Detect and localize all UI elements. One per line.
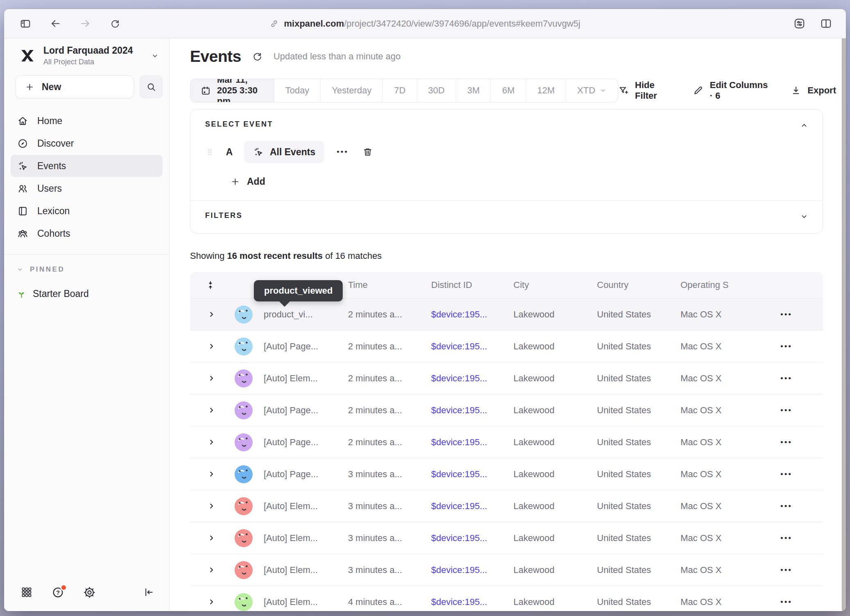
reload-icon[interactable] <box>110 18 120 29</box>
table-row[interactable]: [Auto] Page...2 minutes a...$device:195.… <box>190 330 823 362</box>
row-expand-chevron-icon[interactable] <box>190 566 221 574</box>
row-expand-chevron-icon[interactable] <box>190 310 221 319</box>
browser-toolbar: mixpanel.com/project/3472420/view/397469… <box>4 9 846 38</box>
table-row[interactable]: [Auto] Elem...3 minutes a...$device:195.… <box>190 490 823 522</box>
drag-handle-icon[interactable] <box>205 147 215 157</box>
back-icon[interactable] <box>50 18 61 29</box>
row-menu-button[interactable]: ••• <box>775 374 823 383</box>
range-6m[interactable]: 6M <box>491 79 526 102</box>
row-expand-chevron-icon[interactable] <box>190 374 221 383</box>
row-expand-chevron-icon[interactable] <box>190 502 221 510</box>
distinct-id-link[interactable]: $device:195... <box>431 565 513 575</box>
distinct-id-link[interactable]: $device:195... <box>431 597 513 607</box>
range-yesterday[interactable]: Yesterday <box>320 79 382 102</box>
clause-more-button[interactable]: ••• <box>337 147 348 156</box>
split-view-icon[interactable] <box>820 18 832 29</box>
distinct-id-link[interactable]: $device:195... <box>431 405 513 416</box>
column-header-distinct-id[interactable]: Distinct ID <box>431 280 513 290</box>
range-xtd[interactable]: XTD <box>566 79 618 102</box>
apps-grid-icon[interactable] <box>20 586 33 598</box>
export-button[interactable]: Export <box>791 85 836 96</box>
table-row[interactable]: [Auto] Page...3 minutes a...$device:195.… <box>190 458 823 490</box>
search-button[interactable] <box>140 75 163 98</box>
settings-gear-icon[interactable] <box>83 586 96 599</box>
country-cell: United States <box>597 405 680 416</box>
row-expand-chevron-icon[interactable] <box>190 438 221 446</box>
calendar-icon <box>201 86 211 96</box>
date-range-control: Mar 11, 2025 3:30 pm TodayYesterday7D30D… <box>190 79 618 102</box>
range-7d[interactable]: 7D <box>382 79 416 102</box>
row-menu-button[interactable]: ••• <box>775 534 823 543</box>
row-menu-button[interactable]: ••• <box>775 502 823 511</box>
pinned-section-header[interactable]: PINNED <box>4 255 169 274</box>
chevron-up-icon[interactable] <box>800 121 809 130</box>
table-row[interactable]: [Auto] Elem...2 minutes a...$device:195.… <box>190 362 823 394</box>
trash-icon[interactable] <box>362 147 373 157</box>
edit-columns-button[interactable]: Edit Columns · 6 <box>693 80 768 101</box>
country-cell: United States <box>597 533 680 544</box>
hide-filter-button[interactable]: Hide Filter <box>618 80 670 101</box>
column-header-operating-s[interactable]: Operating S <box>680 280 775 290</box>
distinct-id-link[interactable]: $device:195... <box>431 533 513 544</box>
page-scrollbar[interactable] <box>842 38 846 611</box>
row-menu-button[interactable]: ••• <box>775 438 823 447</box>
os-cell: Mac OS X <box>680 597 775 607</box>
distinct-id-link[interactable]: $device:195... <box>431 437 513 448</box>
range-12m[interactable]: 12M <box>526 79 566 102</box>
sidebar-toggle-icon[interactable] <box>20 18 31 29</box>
row-menu-button[interactable]: ••• <box>775 470 823 479</box>
distinct-id-link[interactable]: $device:195... <box>431 501 513 512</box>
pinned-list: Starter Board <box>4 274 169 299</box>
sidebar-item-cohorts[interactable]: Cohorts <box>11 222 163 245</box>
distinct-id-link[interactable]: $device:195... <box>431 469 513 480</box>
new-button[interactable]: New <box>16 75 134 98</box>
row-menu-button[interactable]: ••• <box>775 342 823 351</box>
table-row[interactable]: [Auto] Elem...3 minutes a...$device:195.… <box>190 522 823 554</box>
table-row[interactable]: [Auto] Elem...3 minutes a...$device:195.… <box>190 554 823 586</box>
range-30d[interactable]: 30D <box>417 79 456 102</box>
row-menu-button[interactable]: ••• <box>775 598 823 607</box>
table-row[interactable]: [Auto] Page...2 minutes a...$device:195.… <box>190 426 823 458</box>
row-menu-button[interactable]: ••• <box>775 406 823 415</box>
row-expand-chevron-icon[interactable] <box>190 534 221 542</box>
date-picker-button[interactable]: Mar 11, 2025 3:30 pm <box>190 79 274 102</box>
sidebar-item-discover[interactable]: Discover <box>11 132 163 154</box>
column-header-city[interactable]: City <box>513 280 597 290</box>
row-expand-chevron-icon[interactable] <box>190 598 221 606</box>
forward-icon[interactable] <box>80 18 91 29</box>
row-expand-chevron-icon[interactable] <box>190 470 221 478</box>
help-icon[interactable]: ? <box>52 586 64 599</box>
cohorts-icon <box>17 228 28 239</box>
row-expand-chevron-icon[interactable] <box>190 406 221 414</box>
range-3m[interactable]: 3M <box>456 79 491 102</box>
expand-all-icon[interactable] <box>190 280 221 290</box>
distinct-id-link[interactable]: $device:195... <box>431 341 513 352</box>
distinct-id-link[interactable]: $device:195... <box>431 309 513 320</box>
sidebar-item-home[interactable]: Home <box>11 110 163 132</box>
compass-icon <box>17 138 28 149</box>
column-header-country[interactable]: Country <box>597 280 680 290</box>
row-expand-chevron-icon[interactable] <box>190 342 221 351</box>
column-header-time[interactable]: Time <box>348 280 431 290</box>
row-menu-button[interactable]: ••• <box>775 566 823 575</box>
refresh-icon[interactable] <box>252 51 263 62</box>
event-selector-chip[interactable]: All Events <box>244 141 324 163</box>
chevron-down-icon[interactable] <box>800 212 809 221</box>
add-event-button[interactable]: Add <box>231 176 808 187</box>
distinct-id-link[interactable]: $device:195... <box>431 373 513 384</box>
event-avatar <box>221 401 264 420</box>
sidebar-item-users[interactable]: Users <box>11 177 163 199</box>
city-cell: Lakewood <box>513 565 597 575</box>
event-name-cell: [Auto] Elem... <box>264 533 348 544</box>
table-row[interactable]: [Auto] Elem...4 minutes a...$device:195.… <box>190 586 823 611</box>
address-bar[interactable]: mixpanel.com/project/3472420/view/397469… <box>269 18 580 29</box>
collapse-sidebar-icon[interactable] <box>143 587 154 598</box>
sidebar-item-lexicon[interactable]: Lexicon <box>11 200 163 222</box>
page-settings-icon[interactable] <box>793 18 805 29</box>
pinned-item-starter-board[interactable]: Starter Board <box>4 274 169 299</box>
row-menu-button[interactable]: ••• <box>775 310 823 319</box>
project-switcher[interactable]: Lord Farquaad 2024 All Project Data <box>4 38 169 66</box>
sidebar-item-events[interactable]: Events <box>11 155 163 177</box>
table-row[interactable]: [Auto] Page...2 minutes a...$device:195.… <box>190 394 823 426</box>
range-today[interactable]: Today <box>274 79 321 102</box>
